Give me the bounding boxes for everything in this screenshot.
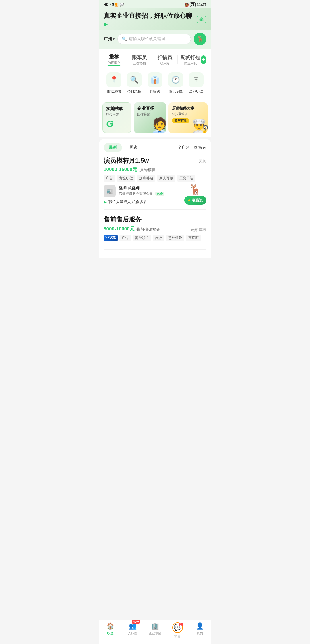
job-tags-1: 广告 黄金职位 加班补贴 新人可做 工资日结	[104, 175, 206, 182]
icon-scanner-img: 👔	[148, 72, 162, 87]
job-tags-2: VR实景 广告 黄金职位 旅游 意外保险 高底薪	[104, 235, 206, 241]
icon-parttime-img: 🕐	[168, 72, 183, 87]
job-tag-gold: 黄金职位	[117, 175, 135, 182]
banner-chef[interactable]: 厨师技能大赛 炫技赢培训 参与有礼 👨‍🍳	[168, 102, 208, 133]
job-type-1: ·演员/模特	[138, 168, 155, 172]
job-tag-ad: 广告	[104, 175, 115, 182]
banner-verify-logo: G	[106, 119, 128, 129]
status-left: HD 4G📶 💬	[104, 3, 124, 7]
job-salary-1: 10000-15000元	[104, 167, 137, 172]
banner-verify-subtitle: 职位推荐	[106, 112, 128, 117]
play-icon-1: ▶	[104, 200, 107, 204]
cat-tab-scanner[interactable]: 扫描员 收入好	[154, 54, 175, 65]
job-tag-salary: 高底薪	[186, 235, 201, 241]
job-title-row-2: 售前售后服务	[104, 215, 206, 224]
icon-nearby-img: 📍	[106, 72, 121, 87]
banner-enterprise-person: 🧑‍💼	[150, 117, 166, 133]
banner-enterprise-title: 企业直招	[137, 106, 163, 111]
message-indicator: 💬	[120, 3, 124, 7]
job-title-1: 演员模特月1.5w	[104, 156, 149, 165]
job-salary-2: 8000-10000元	[104, 226, 135, 232]
cat-tab-pack[interactable]: 配货打包 快速入职	[180, 54, 201, 65]
job-tag-insurance: 意外保险	[166, 235, 184, 241]
filter-tabs: 最新 周边	[104, 143, 143, 152]
cat-tab-driver-label: 跟车员	[132, 54, 147, 61]
mascot-icon: 🦌	[189, 183, 202, 195]
icon-nearby-label: 附近热招	[107, 89, 121, 94]
time-display: 11:37	[197, 3, 206, 7]
job-tag-vr: VR实景	[104, 235, 118, 241]
cat-tab-recommend-sub: 为你推荐	[108, 60, 120, 66]
job-tag-gold-2: 黄金职位	[133, 235, 151, 241]
job-tag-overtime: 加班补贴	[137, 175, 155, 182]
banner-verify[interactable]: 实地核验 职位推荐 G	[102, 102, 131, 133]
filter-button[interactable]: ⧉ 筛选	[194, 145, 206, 150]
icon-nearby[interactable]: 📍 附近热招	[106, 72, 121, 94]
header-title: 真实企业直接招，好职位放心聊 ▶	[104, 11, 197, 28]
user-avatar[interactable]: 🦌	[194, 33, 206, 45]
job-type-2: ·售前/售后服务	[136, 227, 160, 231]
cat-tab-recommend[interactable]: 推荐 为你推荐	[104, 53, 124, 66]
icon-urgent-img: 🔍	[127, 72, 142, 87]
filter-tab-latest[interactable]: 最新	[104, 143, 122, 152]
icon-parttime-label: 兼职专区	[169, 89, 183, 94]
search-placeholder: 请输入职位或关键词	[129, 36, 165, 42]
icon-all-img: ⊞	[189, 72, 204, 87]
job-tag-newbie: 新人可做	[157, 175, 175, 182]
job-location-1: 天河	[199, 156, 206, 164]
banner-verify-title: 实地核验	[106, 106, 128, 112]
icon-scanner-label: 扫描员	[150, 89, 160, 94]
battery-indicator: 75	[190, 2, 196, 7]
cat-tab-recommend-label: 推荐	[109, 53, 119, 60]
icon-urgent-label: 今日急招	[127, 89, 141, 94]
signal-indicator: 4G📶	[110, 3, 119, 7]
salary-raise-button[interactable]: ● 涨薪资	[184, 196, 206, 205]
job-salary-location-2: 8000-10000元 ·售前/售后服务 天河·车陂	[104, 225, 206, 232]
icon-grid: 📍 附近热招 🔍 今日急招 👔 扫描员 🕐 兼职专区 ⊞ 全部职位	[104, 70, 206, 97]
job-list-section: 最新 周边 全广州 › ⧉ 筛选 演员模特月1.5w 天河 100	[99, 139, 211, 258]
promo-text-1: 职位大量招人,机会多多	[108, 199, 147, 205]
location-filter[interactable]: 全广州 ›	[178, 145, 191, 150]
banner-chef-badge: 参与有礼	[172, 118, 189, 123]
header-title-text: 真实企业直接招，好职位放心聊	[104, 12, 192, 19]
job-title-2: 售前售后服务	[104, 215, 142, 224]
icon-all[interactable]: ⊞ 全部职位	[189, 72, 204, 94]
job-tag-ad-2: 广告	[119, 235, 131, 241]
icon-scanner[interactable]: 👔 扫描员	[148, 72, 162, 94]
search-icon: 🔍	[122, 36, 127, 42]
company-row-1: 🏢 经理·总经理 启盛摄影服务有限公司 名企 🦌 ● 涨薪资	[104, 185, 206, 197]
job-card-1[interactable]: 演员模特月1.5w 天河 10000-15000元 ·演员/模特 广告 黄金职位…	[104, 156, 206, 210]
enterprise-badge[interactable]: 企	[197, 16, 206, 23]
city-selector[interactable]: 广州	[104, 36, 115, 42]
icon-parttime[interactable]: 🕐 兼职专区	[168, 72, 183, 94]
banner-chef-person: 👨‍🍳	[192, 118, 208, 133]
banner-section: 实地核验 职位推荐 G 企业直招 圆你薪愿 🧑‍💼 厨师技能大赛 炫技赢培训 参…	[99, 100, 211, 137]
header-arrow: ▶	[104, 21, 108, 27]
cat-divider-3	[177, 55, 178, 64]
job-title-row-1: 演员模特月1.5w 天河	[104, 156, 206, 165]
banner-chef-title: 厨师技能大赛	[172, 106, 204, 111]
add-category-button[interactable]: +	[201, 55, 206, 64]
cat-tab-pack-label: 配货打包	[181, 54, 200, 61]
mute-icon: 🔕	[184, 3, 189, 7]
banner-enterprise[interactable]: 企业直招 圆你薪愿 🧑‍💼	[134, 102, 166, 133]
filter-right: 全广州 › ⧉ 筛选	[178, 145, 206, 150]
job-salary-row-1: 10000-15000元 ·演员/模特	[104, 166, 206, 173]
location-text: 全广州	[178, 145, 190, 150]
job-card-2[interactable]: 售前售后服务 8000-10000元 ·售前/售后服务 天河·车陂 VR实景 广…	[104, 214, 206, 250]
header-banner: 真实企业直接招，好职位放心聊 ▶ 企	[99, 8, 211, 30]
icon-urgent[interactable]: 🔍 今日急招	[127, 72, 142, 94]
cat-tab-driver[interactable]: 跟车员 正在热招	[129, 54, 150, 65]
filter-tab-nearby[interactable]: 周边	[124, 143, 143, 152]
cat-divider-1	[127, 55, 127, 64]
company-badge-1: 名企	[155, 192, 164, 196]
job-location-2: 天河·车陂	[190, 225, 206, 232]
filter-label: 筛选	[198, 145, 206, 150]
job-tag-daily: 工资日结	[177, 175, 195, 182]
filter-icon: ⧉	[194, 145, 197, 150]
category-section: 推荐 为你推荐 跟车员 正在热招 扫描员 收入好 配货打包 快速入职 +	[99, 49, 211, 100]
cat-tab-pack-sub: 快速入职	[184, 61, 197, 65]
banner-chef-subtitle: 炫技赢培训	[172, 112, 204, 116]
search-bar[interactable]: 🔍 请输入职位或关键词	[117, 34, 191, 44]
status-bar: HD 4G📶 💬 🔕 75 11:37	[99, 0, 211, 8]
